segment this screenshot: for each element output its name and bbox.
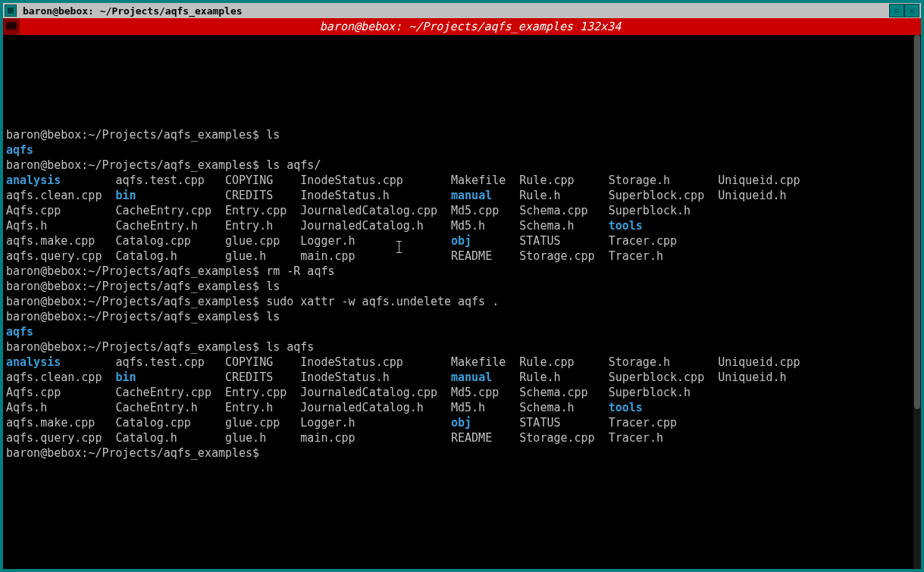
- maximize-button[interactable]: ▫: [889, 4, 904, 17]
- window-title: baron@bebox: ~/Projects/aqfs_examples: [20, 5, 886, 17]
- tab-title[interactable]: baron@bebox: ~/Projects/aqfs_examples 13…: [20, 18, 921, 35]
- window-titlebar[interactable]: baron@bebox: ~/Projects/aqfs_examples ▫ …: [3, 3, 921, 18]
- tab-bar: baron@bebox: ~/Projects/aqfs_examples 13…: [3, 18, 921, 35]
- terminal-viewport[interactable]: baron@bebox:~/Projects/aqfs_examples$ ls…: [3, 35, 921, 569]
- session-icon[interactable]: [3, 18, 20, 35]
- svg-rect-1: [7, 23, 16, 29]
- terminal-output: baron@bebox:~/Projects/aqfs_examples$ ls…: [6, 36, 918, 461]
- window-menu-icon[interactable]: [5, 5, 17, 17]
- close-button[interactable]: ✕: [904, 4, 919, 17]
- text-cursor-icon: [399, 241, 399, 253]
- scrollbar-thumb[interactable]: [914, 35, 920, 409]
- window-controls: ▫ ✕: [889, 4, 919, 17]
- scrollbar[interactable]: [913, 35, 921, 569]
- terminal-window: baron@bebox: ~/Projects/aqfs_examples ▫ …: [0, 0, 924, 572]
